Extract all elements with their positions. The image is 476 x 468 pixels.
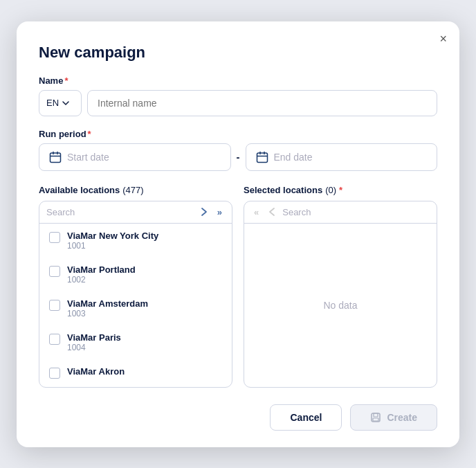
end-date-placeholder: End date <box>274 152 313 163</box>
list-item[interactable]: ViaMar Portland 1002 <box>39 258 232 291</box>
available-search-row: » <box>39 201 232 224</box>
available-locations-panel: Available locations (477) » <box>39 185 232 388</box>
run-period-required-star: * <box>88 129 91 139</box>
selected-search-input[interactable] <box>282 207 430 217</box>
svg-rect-0 <box>51 153 61 163</box>
save-icon <box>370 412 381 423</box>
name-input[interactable] <box>87 90 437 116</box>
available-search-input[interactable] <box>46 207 194 217</box>
available-locations-list: ViaMar New York City 1001 ViaMar Portlan… <box>39 224 232 387</box>
date-separator: - <box>237 151 240 163</box>
no-data-message: No data <box>244 224 437 387</box>
name-required-star: * <box>64 75 68 86</box>
list-item[interactable]: ViaMar Amsterdam 1003 <box>39 291 232 325</box>
list-item[interactable]: ViaMar New York City 1001 <box>39 224 232 258</box>
create-button[interactable]: Create <box>350 404 437 431</box>
chevron-right-icon <box>201 207 208 217</box>
item-checkbox[interactable] <box>49 232 60 243</box>
svg-rect-1 <box>257 153 267 163</box>
item-checkbox[interactable] <box>49 334 60 345</box>
run-period-row: Start date - End date <box>39 143 437 171</box>
selected-required-star: * <box>339 185 342 195</box>
selected-locations-box: « No data <box>244 201 437 388</box>
available-count: (477) <box>122 185 143 195</box>
available-locations-box: » ViaMar New York City 1001 <box>39 201 232 388</box>
modal-dialog: × New campaign Name * EN Run period * <box>17 21 459 447</box>
language-selector[interactable]: EN <box>39 90 82 116</box>
chevron-left-icon <box>268 207 275 217</box>
language-value: EN <box>46 98 59 108</box>
start-date-placeholder: Start date <box>67 152 109 163</box>
modal-footer: Cancel Create <box>39 404 437 431</box>
name-row: EN <box>39 90 437 116</box>
selected-locations-panel: Selected locations (0) * « <box>244 185 437 388</box>
move-all-right-button[interactable]: » <box>214 206 225 219</box>
list-item[interactable]: ViaMar Paris 1004 <box>39 325 232 359</box>
item-checkbox[interactable] <box>49 368 60 379</box>
run-period-label: Run period * <box>39 129 437 139</box>
chevron-icon <box>62 99 70 107</box>
cancel-button[interactable]: Cancel <box>270 404 342 431</box>
locations-row: Available locations (477) » <box>39 185 437 388</box>
selected-locations-title: Selected locations (0) * <box>244 185 437 195</box>
close-button[interactable]: × <box>439 33 447 45</box>
end-date-input[interactable]: End date <box>246 143 438 171</box>
selected-count: (0) <box>325 185 336 195</box>
list-item[interactable]: ViaMar Akron <box>39 359 232 386</box>
modal-title: New campaign <box>39 44 437 62</box>
name-label: Name * <box>39 75 437 86</box>
modal-overlay: × New campaign Name * EN Run period * <box>0 0 476 468</box>
item-checkbox[interactable] <box>49 300 60 311</box>
calendar-icon <box>49 151 62 163</box>
move-right-button[interactable] <box>198 206 210 218</box>
available-locations-title: Available locations (477) <box>39 185 232 195</box>
create-label: Create <box>387 412 417 423</box>
move-left-button[interactable] <box>266 206 278 218</box>
calendar-icon <box>256 151 268 163</box>
selected-search-row: « <box>244 201 437 224</box>
move-all-left-button[interactable]: « <box>251 206 262 219</box>
item-checkbox[interactable] <box>49 266 60 277</box>
svg-rect-4 <box>373 418 378 421</box>
start-date-input[interactable]: Start date <box>39 143 231 171</box>
